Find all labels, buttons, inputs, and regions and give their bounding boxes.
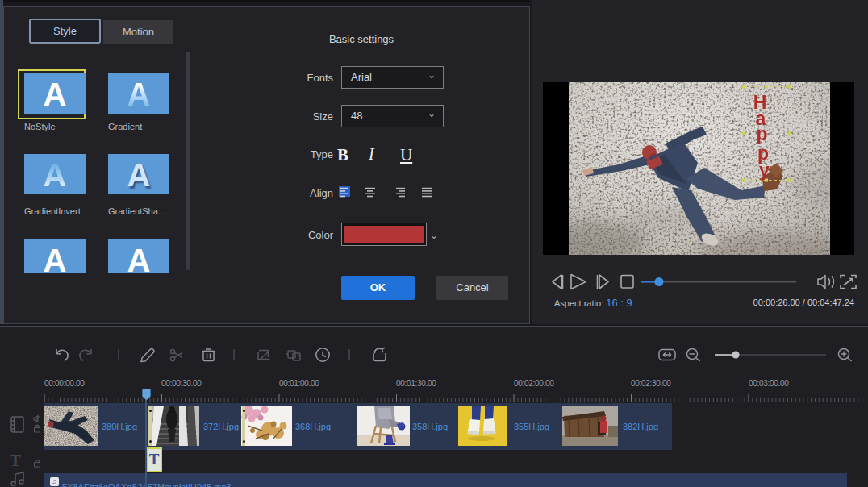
svg-text:T: T bbox=[10, 451, 21, 470]
svg-text:y: y bbox=[759, 160, 770, 181]
svg-text:p: p bbox=[756, 123, 767, 144]
